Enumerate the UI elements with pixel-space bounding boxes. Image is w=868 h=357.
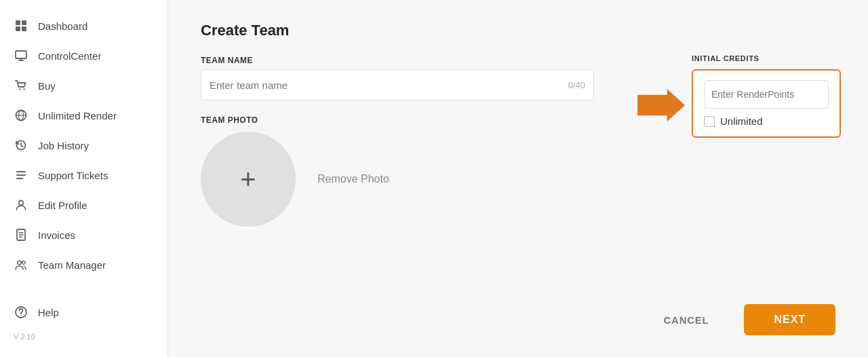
sidebar-item-job-history[interactable]: Job History [0,130,167,160]
sidebar-item-label: Invoices [38,229,75,241]
version-label: V 2.10 [0,327,167,346]
history-icon [14,138,28,153]
svg-rect-4 [16,51,26,58]
svg-rect-3 [22,26,26,31]
list-icon [14,168,28,183]
svg-point-12 [19,201,24,206]
initial-credits-panel: INITIAL CREDITS Unlimited [637,54,841,138]
globe-icon [14,108,28,123]
remove-photo-button[interactable]: Remove Photo [317,173,389,185]
team-photo-label: TEAM PHOTO [201,115,608,125]
svg-rect-0 [16,20,20,25]
sidebar-item-support-tickets[interactable]: Support Tickets [0,160,167,190]
svg-point-15 [22,261,26,265]
sidebar-item-label: ControlCenter [38,50,101,62]
person-icon [14,198,28,212]
sidebar-item-label: Support Tickets [38,170,108,181]
svg-rect-1 [22,20,26,25]
svg-point-14 [18,261,22,265]
unlimited-row: Unlimited [704,115,829,127]
sidebar-item-edit-profile[interactable]: Edit Profile [0,190,167,220]
initial-credits-box: Unlimited [692,69,841,138]
sidebar-item-label: Dashboard [38,20,87,32]
svg-marker-18 [637,89,685,121]
sidebar-item-invoices[interactable]: Invoices [0,220,167,250]
create-team-form: TEAM NAME 0/40 TEAM PHOTO + Remove Photo [201,56,608,227]
team-photo-section: TEAM PHOTO + Remove Photo [201,115,608,227]
sidebar-item-label: Team Manager [38,259,106,271]
svg-rect-10 [16,174,26,176]
sidebar-item-help[interactable]: Help [0,297,167,327]
svg-rect-9 [16,171,26,172]
main-content: Create Team TEAM NAME 0/40 TEAM PHOTO + … [168,0,868,357]
sidebar-help-label: Help [38,307,59,318]
photo-row: + Remove Photo [201,132,608,227]
sidebar-item-label: Edit Profile [38,200,87,211]
dashboard-icon [14,18,28,33]
team-name-field: TEAM NAME 0/40 [201,56,608,100]
monitor-icon [14,48,28,63]
photo-upload-area[interactable]: + [201,132,296,227]
arrow-container [637,88,685,122]
initial-credits-section: INITIAL CREDITS Unlimited [692,54,841,138]
file-icon [14,227,28,242]
team-name-input[interactable] [210,79,568,91]
sidebar: Dashboard ControlCenter Buy [0,0,168,357]
cart-icon [14,78,28,93]
team-name-label: TEAM NAME [201,56,608,65]
svg-point-17 [20,315,22,316]
sidebar-item-dashboard[interactable]: Dashboard [0,11,167,41]
svg-point-5 [19,88,20,90]
team-icon [14,257,28,272]
sidebar-item-unlimited-render[interactable]: Unlimited Render [0,100,167,130]
unlimited-checkbox[interactable] [704,116,715,127]
sidebar-item-team-manager[interactable]: Team Manager [0,250,167,280]
team-name-input-wrapper: 0/40 [201,69,594,100]
footer-actions: CANCEL NEXT [650,304,835,335]
char-count: 0/40 [568,80,585,90]
render-points-input[interactable] [704,80,829,109]
plus-icon: + [240,164,256,195]
svg-rect-11 [16,178,23,179]
unlimited-label: Unlimited [720,115,763,127]
svg-rect-2 [16,26,20,31]
svg-point-6 [23,88,24,90]
sidebar-item-label: Job History [38,140,89,151]
help-icon [14,305,28,320]
sidebar-item-buy[interactable]: Buy [0,71,167,100]
arrow-icon [637,88,685,122]
cancel-button[interactable]: CANCEL [650,306,722,334]
sidebar-item-label: Unlimited Render [38,110,117,121]
sidebar-item-controlcenter[interactable]: ControlCenter [0,41,167,71]
page-title: Create Team [201,22,835,39]
initial-credits-label: INITIAL CREDITS [692,54,841,62]
sidebar-item-label: Buy [38,80,56,92]
next-button[interactable]: NEXT [744,304,835,335]
